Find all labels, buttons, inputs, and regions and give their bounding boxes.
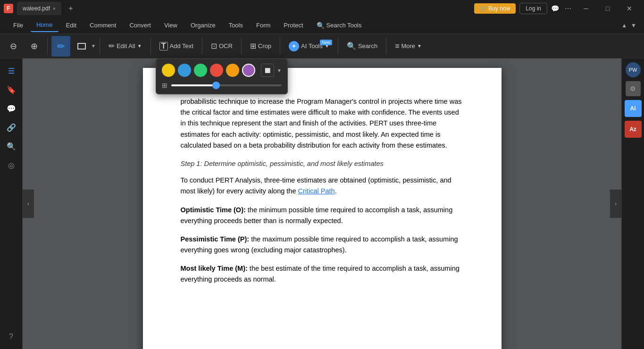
nav-down-icon[interactable]: ▼: [631, 22, 636, 29]
toolbar-separator-4: [202, 38, 202, 55]
more-button[interactable]: ≡ More ▼: [390, 38, 427, 55]
most-likely-paragraph: Most likely Time (M): the best estimate …: [181, 263, 464, 285]
opacity-slider[interactable]: [171, 84, 282, 86]
titlebar-icons: 💬 ⋯: [551, 5, 571, 12]
minimize-button[interactable]: ─: [575, 1, 597, 16]
search-icon: 🔍: [347, 42, 356, 50]
pdf-nav-left[interactable]: ‹: [23, 190, 34, 218]
pdf-page: probabilistic technique to increase the …: [143, 68, 502, 349]
right-sidebar-ai-button[interactable]: AI: [625, 100, 642, 117]
edit-all-label: Edit All: [117, 42, 135, 50]
app-icon: F: [4, 4, 13, 13]
nav-up-icon[interactable]: ▲: [621, 22, 627, 29]
menu-convert[interactable]: Convert: [124, 19, 157, 32]
ocr-icon: ⊡: [211, 42, 217, 50]
rectangle-tool-group: ▼: [72, 36, 96, 57]
pdf-area: ‹ probabilistic technique to increase th…: [23, 58, 621, 349]
sidebar-item-comments[interactable]: 💬: [3, 100, 20, 117]
add-text-icon: T: [159, 42, 168, 50]
rect-border-tool[interactable]: ⬜: [261, 64, 274, 77]
pessimistic-paragraph: Pessimistic Time (P): the maximum possib…: [181, 234, 464, 256]
menu-home[interactable]: Home: [31, 19, 59, 32]
sidebar-item-layers[interactable]: ◎: [3, 157, 20, 174]
zoom-in-button[interactable]: ⊕: [25, 36, 43, 57]
new-tab-button[interactable]: +: [65, 3, 76, 14]
crop-icon: ⊞: [250, 42, 256, 50]
ocr-button[interactable]: ⊡ OCR: [206, 38, 237, 55]
fit-icon[interactable]: ⊞: [162, 82, 167, 89]
search-label: Search: [358, 42, 377, 50]
buy-button[interactable]: 🛒 Buy now: [474, 3, 516, 14]
sidebar-item-search[interactable]: 🔍: [3, 138, 20, 155]
intro-paragraph: probabilistic technique to increase the …: [181, 96, 464, 151]
pdf-content: probabilistic technique to increase the …: [181, 96, 464, 285]
right-sidebar-az-button[interactable]: Az: [625, 121, 642, 138]
sidebar-item-links[interactable]: 🔗: [3, 119, 20, 136]
toolbar-separator-2: [100, 38, 100, 55]
menu-tools[interactable]: Tools: [223, 19, 249, 32]
more-label: More: [401, 42, 415, 50]
right-sidebar: PW ⚙ AI Az: [621, 58, 644, 349]
ai-tools-icon: ✦: [289, 41, 299, 51]
menu-search-tools[interactable]: 🔍 Search Tools: [311, 19, 368, 32]
optimistic-label: Optimistic Time (O):: [181, 206, 246, 214]
sidebar-item-help[interactable]: ?: [3, 328, 20, 345]
close-button[interactable]: ✕: [619, 1, 640, 16]
color-swatch-purple[interactable]: [242, 64, 255, 77]
para1: To conduct PERT Analysis, three-time est…: [181, 175, 464, 197]
titlebar: F waleed.pdf × + 🛒 Buy now Log in 💬 ⋯ ─ …: [0, 0, 644, 17]
right-sidebar-properties-icon[interactable]: ⚙: [626, 81, 641, 96]
edit-all-button[interactable]: ✏ Edit All ▼: [104, 38, 147, 55]
crop-label: Crop: [258, 42, 271, 50]
highlight-tool-button[interactable]: ✏: [51, 36, 70, 57]
search-button[interactable]: 🔍 Search: [342, 38, 382, 55]
menubar: File Home Edit Comment Convert View Orga…: [0, 17, 644, 34]
login-button[interactable]: Log in: [519, 3, 547, 14]
menu-organize[interactable]: Organize: [185, 19, 221, 32]
menu-edit[interactable]: Edit: [60, 19, 82, 32]
user-avatar[interactable]: PW: [626, 62, 641, 77]
toolbar-separator-1: [47, 38, 48, 55]
rectangle-tool-button[interactable]: [72, 36, 91, 57]
zoom-out-button[interactable]: ⊖: [4, 36, 23, 57]
sidebar-item-pages[interactable]: ☰: [3, 62, 20, 79]
toolbar-separator-8: [386, 38, 386, 55]
opacity-row: ⊞: [162, 82, 282, 89]
rectangle-dropdown-icon[interactable]: ▼: [91, 43, 96, 49]
color-swatches: ⬜ ▼: [162, 64, 282, 77]
pdf-nav-right[interactable]: ›: [610, 190, 621, 218]
menu-file[interactable]: File: [8, 19, 29, 32]
crop-button[interactable]: ⊞ Crop: [245, 38, 276, 55]
ai-tools-button[interactable]: ✦ AI Tools ▼ New: [284, 38, 334, 55]
color-swatch-orange[interactable]: [226, 64, 239, 77]
color-swatch-yellow[interactable]: [162, 64, 175, 77]
maximize-button[interactable]: □: [597, 1, 619, 16]
color-swatch-green[interactable]: [194, 64, 207, 77]
critical-path-link[interactable]: Critical Path: [298, 187, 335, 195]
most-likely-label: Most likely Time (M):: [181, 265, 248, 272]
titlebar-right: 🛒 Buy now Log in 💬 ⋯ ─ □ ✕: [474, 1, 640, 16]
rect-dropdown-arrow[interactable]: ▼: [277, 68, 282, 73]
color-swatch-red[interactable]: [210, 64, 223, 77]
sidebar-item-bookmarks[interactable]: 🔖: [3, 81, 20, 98]
toolbar: ⊖ ⊕ ✏ ▼ ✏ Edit All ▼ T Add Text ⊡ OCR ⊞ …: [0, 34, 644, 58]
menu-view[interactable]: View: [159, 19, 183, 32]
rectangle-icon: [77, 43, 86, 50]
color-swatch-blue[interactable]: [178, 64, 191, 77]
window-controls: ─ □ ✕: [575, 1, 640, 16]
more-options-icon[interactable]: ⋯: [565, 5, 571, 12]
menu-protect[interactable]: Protect: [278, 19, 309, 32]
menu-comment[interactable]: Comment: [84, 19, 122, 32]
add-text-button[interactable]: T Add Text: [155, 38, 198, 55]
more-icon: ≡: [395, 42, 399, 50]
tab-label: waleed.pdf: [23, 5, 50, 12]
toolbar-separator-6: [280, 38, 280, 55]
message-icon[interactable]: 💬: [551, 5, 559, 12]
edit-all-dropdown-icon: ▼: [137, 43, 142, 49]
tab-item[interactable]: waleed.pdf ×: [17, 2, 61, 15]
edit-all-icon: ✏: [109, 42, 115, 50]
more-dropdown-icon: ▼: [417, 43, 422, 49]
menu-form[interactable]: Form: [251, 19, 276, 32]
toolbar-separator-7: [338, 38, 338, 55]
tab-close-icon[interactable]: ×: [53, 6, 56, 11]
